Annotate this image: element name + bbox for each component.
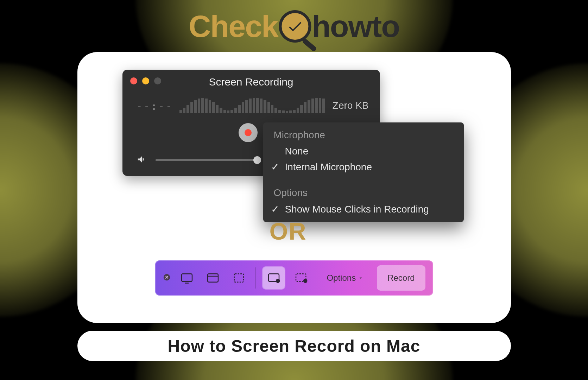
volume-control	[137, 154, 258, 166]
record-selection-button[interactable]	[292, 268, 311, 287]
audio-level-meter	[179, 97, 325, 113]
menu-item-label: Internal Microphone	[285, 162, 372, 173]
speaker-icon	[137, 154, 147, 166]
checkmark-icon: ✓	[270, 161, 280, 173]
chevron-down-icon	[358, 275, 363, 281]
record-options-menu: Microphone None ✓ Internal Microphone Op…	[263, 122, 464, 222]
logo-text-part1: Check	[189, 8, 278, 44]
record-dot-icon	[245, 129, 252, 136]
logo-text-part2: howto	[312, 8, 399, 44]
record-entire-screen-button[interactable]	[263, 267, 285, 289]
toolbar-record-button[interactable]: Record	[377, 265, 425, 291]
svg-point-9	[303, 279, 308, 283]
toolbar-separator	[255, 267, 256, 289]
main-card: Screen Recording --:-- Zero KB Microphon…	[77, 52, 511, 323]
elapsed-time: --:--	[137, 101, 173, 112]
menu-header-microphone: Microphone	[263, 127, 464, 144]
menu-item-none[interactable]: None	[263, 144, 464, 159]
svg-rect-1	[182, 274, 192, 281]
menu-item-label: Show Mouse Clicks in Recording	[285, 204, 429, 215]
or-separator-label: OR	[270, 217, 307, 245]
record-button[interactable]	[239, 123, 258, 142]
record-label: Record	[387, 273, 415, 283]
menu-item-label: None	[285, 146, 309, 157]
menu-item-show-clicks[interactable]: ✓ Show Mouse Clicks in Recording	[263, 201, 464, 217]
toolbar-options-button[interactable]: Options	[325, 273, 365, 283]
file-size: Zero KB	[333, 100, 369, 111]
page-title: How to Screen Record on Mac	[168, 336, 421, 356]
window-title: Screen Recording	[122, 76, 380, 88]
capture-entire-screen-button[interactable]	[178, 268, 197, 287]
svg-point-7	[276, 279, 280, 283]
close-toolbar-button[interactable]	[163, 273, 171, 283]
capture-selection-button[interactable]	[229, 268, 248, 287]
screenshot-toolbar: Options Record	[155, 260, 433, 296]
menu-separator	[263, 180, 464, 180]
svg-rect-3	[208, 274, 218, 282]
capture-window-button[interactable]	[203, 268, 222, 287]
site-logo: Check howto	[189, 8, 399, 44]
options-label: Options	[327, 273, 356, 283]
volume-slider[interactable]	[156, 159, 258, 161]
check-badge-icon	[279, 10, 311, 43]
menu-header-options: Options	[263, 185, 464, 201]
toolbar-separator	[318, 267, 318, 289]
menu-item-internal-mic[interactable]: ✓ Internal Microphone	[263, 159, 464, 175]
svg-rect-2	[185, 283, 189, 284]
checkmark-icon: ✓	[270, 203, 280, 215]
volume-thumb[interactable]	[253, 156, 261, 164]
page-title-bar: How to Screen Record on Mac	[77, 331, 511, 361]
svg-rect-5	[234, 274, 244, 282]
